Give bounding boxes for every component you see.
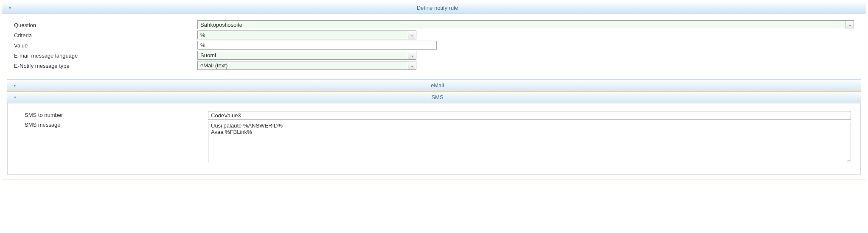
sms-section-title: SMS [18, 94, 857, 100]
label-notify-type: E-Notify message type [14, 62, 197, 69]
row-value: Value [14, 40, 854, 50]
sms-to-input[interactable] [208, 111, 851, 120]
criteria-select[interactable]: % ⌄ [197, 31, 416, 39]
panel-header[interactable]: Define notify rule [2, 2, 866, 14]
email-language-select[interactable]: Suomi ⌄ [197, 51, 416, 60]
chevron-down-icon: ⌄ [408, 61, 416, 69]
email-language-value: Suomi [200, 52, 216, 58]
sms-section-header[interactable]: SMS [7, 91, 861, 103]
value-input[interactable] [197, 41, 437, 50]
question-value: Sähköpostiosoite [200, 22, 242, 28]
collapse-icon [6, 6, 13, 10]
row-question: Question Sähköpostiosoite ⌄ [14, 20, 854, 29]
label-email-lang: E-mail message language [14, 52, 197, 59]
row-notify-type: E-Notify message type eMail (text) ⌄ [14, 61, 854, 70]
row-sms-msg: SMS message [25, 121, 851, 162]
chevron-down-icon: ⌄ [408, 31, 416, 39]
sms-section-content: SMS to number SMS message [7, 103, 861, 175]
question-select[interactable]: Sähköpostiosoite ⌄ [197, 20, 854, 29]
notify-type-select[interactable]: eMail (text) ⌄ [197, 61, 416, 70]
criteria-value: % [200, 32, 205, 38]
define-notify-rule-panel: Define notify rule Question Sähköpostios… [2, 2, 866, 180]
label-value: Value [14, 42, 197, 49]
chevron-down-icon: ⌄ [846, 21, 853, 29]
email-section-header[interactable]: eMail [7, 79, 861, 92]
label-sms-to: SMS to number [25, 111, 208, 120]
chevron-down-icon: ⌄ [408, 51, 416, 59]
sms-message-textarea[interactable] [208, 121, 851, 162]
label-sms-msg: SMS message [25, 121, 208, 162]
panel-body: Question Sähköpostiosoite ⌄ Criteria % ⌄… [2, 14, 866, 79]
panel-title: Define notify rule [13, 5, 862, 11]
sections: eMail SMS SMS to number SMS message [2, 79, 866, 180]
row-email-lang: E-mail message language Suomi ⌄ [14, 50, 854, 60]
collapse-icon [11, 95, 18, 100]
row-criteria: Criteria % ⌄ [14, 30, 854, 39]
label-question: Question [14, 21, 197, 28]
expand-icon [11, 83, 18, 88]
notify-type-value: eMail (text) [200, 62, 228, 69]
email-section-title: eMail [18, 82, 857, 89]
label-criteria: Criteria [14, 31, 197, 39]
row-sms-to: SMS to number [25, 111, 851, 120]
